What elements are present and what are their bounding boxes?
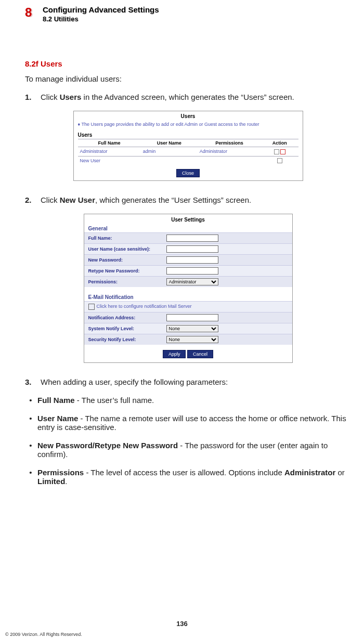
step-3: 3. When adding a user, specify the follo… [25, 377, 351, 386]
table-row: Administrator admin Administrator [78, 147, 298, 157]
bullet-bold: Limited [37, 477, 65, 486]
delete-icon[interactable] [280, 149, 285, 154]
group-general: General [84, 226, 292, 232]
bullet-bold: User Name [37, 414, 78, 423]
bullet-text: - The user’s full name. [75, 396, 154, 405]
sub-heading: Users [74, 132, 303, 139]
cell-username: admin [141, 147, 198, 157]
label-newpassword: New Password: [88, 257, 166, 263]
fullname-input[interactable] [166, 235, 218, 242]
step-text: , which generates the “User Settings” sc… [95, 196, 251, 204]
bullet-bold: Full Name [37, 396, 75, 405]
intro-text: To manage individual users: [25, 74, 351, 83]
mail-server-link[interactable]: Click here to configure notification Mai… [97, 304, 192, 309]
step-number: 2. [25, 196, 33, 204]
hint-text: ♦ The Users page provides the ability to… [74, 121, 303, 132]
col-username: User Name [141, 139, 198, 147]
bullet-text: - The name a remote user will use to acc… [37, 414, 346, 432]
step-text: When adding a user, specify the followin… [41, 377, 351, 386]
bullet-bold: New Password/Retype New Password [37, 441, 178, 450]
step-number: 3. [25, 377, 33, 386]
chapter-number: 8 [25, 5, 32, 19]
cell-action [261, 156, 298, 165]
bullet-bold: Permissions [37, 468, 84, 477]
secnotify-select[interactable]: None [166, 336, 218, 343]
chapter-header: 8 8 Configuring Advanced Settings 8.2 Ut… [25, 5, 351, 23]
step-bold: Users [60, 93, 82, 101]
label-permissions: Permissions: [88, 279, 166, 284]
label-username: User Name (case sensitive): [88, 246, 166, 252]
bullet-item: • Permissions - The level of access the … [28, 468, 351, 486]
cancel-button[interactable]: Cancel [187, 350, 213, 358]
user-settings-screenshot: User Settings General Full Name: User Na… [84, 214, 293, 363]
step-2: 2. Click New User, which generates the “… [25, 196, 351, 204]
col-action: Action [261, 139, 298, 147]
label-retypepassword: Retype New Password: [88, 268, 166, 274]
step-1: 1. Click Users in the Advanced screen, w… [25, 93, 351, 101]
permissions-select[interactable]: Administrator [166, 278, 218, 285]
bullet-dot: • [28, 441, 33, 459]
label-sysnotify: System Notify Level: [88, 326, 166, 331]
step-bold: New User [60, 196, 95, 204]
bullet-bold: Administrator [284, 468, 335, 477]
bullet-text: - The level of access the user is allowe… [84, 468, 284, 477]
users-screenshot: Users ♦ The Users page provides the abil… [73, 111, 303, 181]
bullet-item: • Full Name - The user’s full name. [28, 396, 351, 405]
page-number: 136 [0, 620, 364, 628]
newpassword-input[interactable] [166, 256, 218, 264]
bullet-dot: • [28, 468, 33, 486]
chapter-title: Configuring Advanced Settings [43, 5, 159, 15]
label-secnotify: Security Notify Level: [88, 337, 166, 342]
bullet-text: . [65, 477, 67, 486]
cell-action [261, 147, 298, 157]
chapter-subsection: 8.2 Utilities [43, 15, 159, 23]
bullet-dot: • [28, 396, 33, 405]
bullet-dot: • [28, 414, 33, 432]
link-icon [88, 304, 95, 310]
notifaddr-input[interactable] [166, 314, 218, 321]
copyright: © 2009 Verizon. All Rights Reserved. [5, 632, 82, 637]
bullet-item: • New Password/Retype New Password - The… [28, 441, 351, 459]
cell-newuser[interactable]: New User [78, 156, 141, 165]
apply-button[interactable]: Apply [163, 350, 186, 358]
step-number: 1. [25, 93, 33, 101]
col-permissions: Permissions [198, 139, 261, 147]
col-fullname: Full Name [78, 139, 141, 147]
users-table: Full Name User Name Permissions Action A… [78, 139, 298, 165]
step-text: Click [41, 93, 60, 101]
sysnotify-select[interactable]: None [166, 325, 218, 332]
edit-icon[interactable] [274, 149, 279, 154]
table-row: New User [78, 156, 298, 165]
cell-permissions: Administrator [198, 147, 261, 157]
close-button[interactable]: Close [176, 169, 200, 177]
step-text: in the Advanced screen, which generates … [81, 93, 294, 101]
panel-title: User Settings [84, 214, 292, 226]
username-input[interactable] [166, 245, 218, 253]
retypepassword-input[interactable] [166, 267, 218, 275]
label-fullname: Full Name: [88, 236, 166, 241]
add-icon[interactable] [277, 158, 282, 163]
section-heading: 8.2f Users [25, 59, 351, 68]
bullet-text: or [335, 468, 345, 477]
label-notifaddr: Notification Address: [88, 315, 166, 320]
cell-fullname: Administrator [78, 147, 141, 157]
group-email: E-Mail Notification [84, 294, 292, 301]
panel-title: Users [74, 111, 303, 121]
step-text: Click [41, 196, 60, 204]
bullet-item: • User Name - The name a remote user wil… [28, 414, 351, 432]
